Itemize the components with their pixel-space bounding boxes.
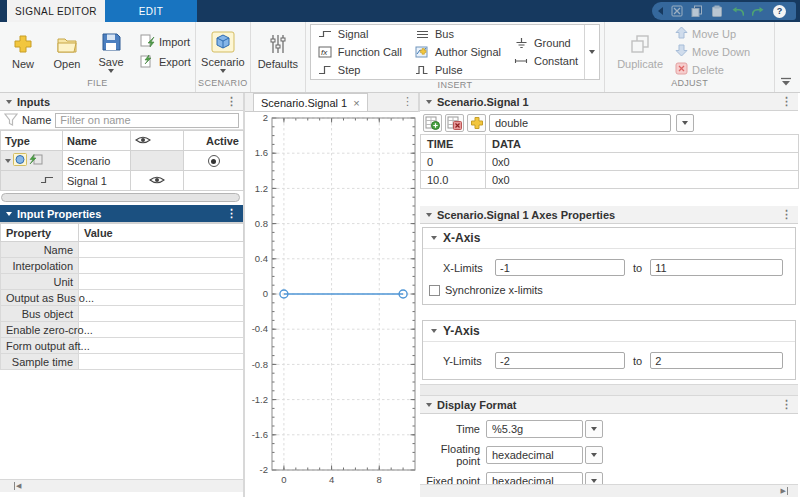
y-limit-max-input[interactable] xyxy=(650,352,783,369)
property-row[interactable]: Name xyxy=(1,242,244,258)
tab-close-icon[interactable]: × xyxy=(353,97,359,109)
scenario-dropdown-caret[interactable] xyxy=(220,69,226,73)
property-value[interactable] xyxy=(79,290,244,306)
export-button[interactable]: Export xyxy=(140,54,191,70)
signal-panel-header[interactable]: Scenario.Signal 1 ⋮ xyxy=(420,93,798,111)
property-value[interactable] xyxy=(79,322,244,338)
redo-icon[interactable] xyxy=(752,6,765,17)
col-time[interactable]: TIME xyxy=(421,135,486,153)
import-button[interactable]: Import xyxy=(140,34,191,50)
floating-point-combobox[interactable]: hexadecimal xyxy=(486,446,583,464)
col-active[interactable]: Active xyxy=(184,131,244,151)
property-value[interactable] xyxy=(79,338,244,354)
copy-icon[interactable] xyxy=(691,5,703,17)
inputs-header[interactable]: Inputs ⋮ xyxy=(0,93,243,111)
col-property[interactable]: Property xyxy=(1,224,79,242)
floating-point-dropdown-arrow[interactable] xyxy=(585,446,603,464)
col-value[interactable]: Value xyxy=(79,224,244,242)
insert-function-call-button[interactable]: fx Function Call xyxy=(317,44,402,60)
property-value[interactable] xyxy=(79,242,244,258)
insert-author-signal-button[interactable]: Author Signal xyxy=(414,44,501,60)
insert-constant-button[interactable]: Constant xyxy=(513,53,578,69)
move-up-button[interactable]: Move Up xyxy=(675,26,750,41)
inputs-menu-icon[interactable]: ⋮ xyxy=(226,96,237,107)
save-button[interactable]: Save xyxy=(92,29,130,75)
property-value[interactable] xyxy=(79,274,244,290)
signal-chart[interactable]: 21.61.20.80.40-0.4-0.8-1.2-1.6-2048 xyxy=(245,112,420,497)
table-row-signal1[interactable]: Signal 1 xyxy=(1,171,244,191)
synchronize-x-limits-checkbox[interactable] xyxy=(429,285,440,296)
inputs-collapse-icon[interactable] xyxy=(6,100,12,104)
property-value[interactable] xyxy=(79,306,244,322)
axes-properties-collapse-icon[interactable] xyxy=(426,213,432,217)
signal-plot[interactable]: 21.61.20.80.40-0.4-0.8-1.2-1.6-2048 xyxy=(245,112,420,497)
property-row[interactable]: Bus object xyxy=(1,306,244,322)
tab-signal-editor[interactable]: SIGNAL EDITOR xyxy=(7,0,105,22)
insert-pulse-button[interactable]: Pulse xyxy=(414,62,501,78)
display-format-header[interactable]: Display Format ⋮ xyxy=(420,396,798,414)
axes-properties-menu-icon[interactable]: ⋮ xyxy=(781,209,792,220)
signal-panel-collapse-icon[interactable] xyxy=(426,100,432,104)
defaults-button[interactable]: Defaults xyxy=(259,31,297,72)
scroll-end-icon[interactable]: ▶ xyxy=(781,487,788,495)
scenario-active-radio[interactable] xyxy=(208,155,220,167)
y-axis-section-header[interactable]: Y-Axis xyxy=(423,321,795,342)
display-format-collapse-icon[interactable] xyxy=(426,403,432,407)
signal-panel-menu-icon[interactable]: ⋮ xyxy=(781,96,792,107)
scroll-start-icon[interactable]: ◀ xyxy=(14,482,21,490)
canvas-tab-scenario-signal1[interactable]: Scenario.Signal 1 × xyxy=(253,93,368,111)
cut-icon[interactable] xyxy=(671,5,683,17)
axes-properties-header[interactable]: Scenario.Signal 1 Axes Properties ⋮ xyxy=(420,206,798,224)
move-down-button[interactable]: Move Down xyxy=(675,44,750,59)
tab-edit[interactable]: EDIT xyxy=(105,0,197,22)
duplicate-button[interactable]: Duplicate xyxy=(615,31,665,72)
right-bottom-scrollbar[interactable]: ▶ xyxy=(420,484,798,497)
property-row[interactable]: Form output aft... xyxy=(1,338,244,354)
insert-step-button[interactable]: Step xyxy=(317,62,402,78)
x-limit-min-input[interactable] xyxy=(495,259,625,276)
inputs-bottom-scrollbar[interactable]: ◀ xyxy=(0,479,243,492)
input-properties-header[interactable]: Input Properties ⋮ xyxy=(0,205,243,223)
delete-row-button[interactable] xyxy=(445,114,464,132)
insert-row-button[interactable] xyxy=(423,114,442,132)
y-limit-min-input[interactable] xyxy=(495,352,625,369)
inputs-hscrollbar[interactable] xyxy=(1,193,242,204)
x-axis-section-header[interactable]: X-Axis xyxy=(423,228,795,249)
ribbon-collapse-icon[interactable] xyxy=(780,76,792,88)
col-type[interactable]: Type xyxy=(1,131,63,151)
property-row[interactable]: Unit xyxy=(1,274,244,290)
qat-collapse-icon[interactable] xyxy=(658,7,663,15)
delete-button[interactable]: Delete xyxy=(675,62,750,77)
insert-ground-button[interactable]: Ground xyxy=(513,35,578,51)
property-row[interactable]: Enable zero-cro... xyxy=(1,322,244,338)
property-value[interactable] xyxy=(79,258,244,274)
insert-signal-button[interactable]: Signal xyxy=(317,26,402,42)
display-format-menu-icon[interactable]: ⋮ xyxy=(781,399,792,410)
time-data-row[interactable]: 00x0 xyxy=(421,153,799,171)
help-icon[interactable]: ? xyxy=(773,5,786,18)
property-row[interactable]: Sample time xyxy=(1,354,244,370)
time-format-dropdown-arrow[interactable] xyxy=(585,420,603,438)
x-limit-max-input[interactable] xyxy=(650,259,783,276)
col-name[interactable]: Name xyxy=(63,131,131,151)
input-properties-collapse-icon[interactable] xyxy=(6,212,12,216)
insert-bus-button[interactable]: Bus xyxy=(414,26,501,42)
data-type-dropdown-arrow[interactable] xyxy=(676,114,694,132)
time-data-row[interactable]: 10.00x0 xyxy=(421,171,799,189)
property-row[interactable]: Interpolation xyxy=(1,258,244,274)
new-button[interactable]: New xyxy=(4,31,42,72)
scenario-expand-icon[interactable] xyxy=(5,159,11,163)
open-button[interactable]: Open xyxy=(48,31,86,72)
col-visibility[interactable] xyxy=(131,131,184,151)
filter-input[interactable] xyxy=(55,113,239,128)
property-row[interactable]: Output as Bus o... xyxy=(1,290,244,306)
time-format-combobox[interactable]: %5.3g xyxy=(486,420,583,438)
insert-gallery-more-button[interactable] xyxy=(584,25,599,79)
author-signal-button[interactable] xyxy=(467,114,486,132)
undo-icon[interactable] xyxy=(731,6,744,17)
canvas-menu-icon[interactable]: ⋮ xyxy=(402,96,413,107)
table-row-scenario[interactable]: Scenario xyxy=(1,151,244,171)
property-value[interactable] xyxy=(79,354,244,370)
col-data[interactable]: DATA xyxy=(486,135,799,153)
y-axis-collapse-icon[interactable] xyxy=(431,329,437,333)
